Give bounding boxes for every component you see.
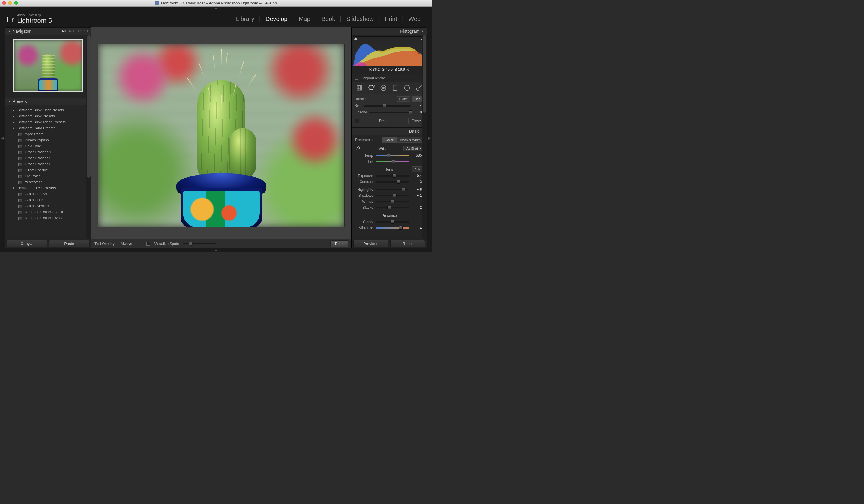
- module-print[interactable]: Print: [380, 16, 402, 23]
- module-web[interactable]: Web: [404, 16, 425, 23]
- svg-point-6: [416, 88, 419, 91]
- logo-product: Lightroom 5: [17, 17, 52, 25]
- treatment-bw[interactable]: Black & White: [397, 137, 424, 143]
- zoom-fill[interactable]: FILL: [69, 30, 75, 33]
- histogram-readout: R 36.2 G 40.0 B 19.9 %: [353, 66, 426, 73]
- zoom-3-1[interactable]: 3:1: [84, 30, 88, 33]
- preset-folder[interactable]: ▶Lightroom B&W Presets: [5, 113, 91, 119]
- left-rail-toggle[interactable]: ◀: [0, 27, 5, 248]
- wb-eyedropper-icon[interactable]: [355, 145, 361, 152]
- preset-thumb-icon: [18, 157, 23, 160]
- preset-item[interactable]: Cold Tone: [5, 143, 91, 149]
- vibrance-slider[interactable]: [376, 227, 409, 229]
- contrast-label: Contrast: [355, 180, 373, 184]
- original-photo-checkbox[interactable]: [355, 76, 358, 80]
- zoom-1-1[interactable]: 1:1: [77, 30, 82, 33]
- left-scrollbar[interactable]: [87, 35, 91, 178]
- module-library[interactable]: Library: [231, 16, 259, 23]
- treatment-color[interactable]: Color: [382, 137, 397, 143]
- done-button[interactable]: Done: [330, 240, 348, 248]
- spot-reset-button[interactable]: Reset: [376, 118, 392, 123]
- visualize-spots-checkbox[interactable]: [146, 242, 150, 246]
- wb-dropdown[interactable]: As Shot▾: [404, 146, 424, 151]
- develop-toolstrip: [352, 82, 427, 94]
- histogram-canvas[interactable]: [353, 36, 426, 66]
- copy-button[interactable]: Copy…: [7, 240, 47, 248]
- preset-folder[interactable]: ▶Lightroom B&W Filter Presets: [5, 107, 91, 113]
- exposure-slider[interactable]: [376, 175, 409, 177]
- basic-header[interactable]: Basic ▼: [352, 127, 427, 135]
- tool-overlay-label: Tool Overlay :: [95, 242, 117, 246]
- preset-item[interactable]: Yesteryear: [5, 179, 91, 185]
- spot-panel-switch[interactable]: [355, 119, 359, 123]
- spot-close-button[interactable]: Close: [408, 118, 424, 123]
- traffic-minimize-icon[interactable]: [8, 1, 12, 5]
- module-slideshow[interactable]: Slideshow: [342, 16, 379, 23]
- size-slider[interactable]: [364, 105, 411, 107]
- preset-item[interactable]: Bleach Bypass: [5, 137, 91, 143]
- opacity-slider[interactable]: [369, 112, 411, 113]
- crop-tool[interactable]: [355, 83, 364, 93]
- traffic-close-icon[interactable]: [2, 1, 6, 5]
- navigator-thumbnail[interactable]: [13, 39, 83, 92]
- preset-thumb-icon: [18, 199, 23, 202]
- mac-titlebar: Lightroom 5 Catalog.lrcat – Adobe Photos…: [0, 0, 432, 7]
- clarity-slider[interactable]: [376, 221, 409, 223]
- redeye-tool[interactable]: [379, 83, 388, 93]
- reset-button[interactable]: Reset: [390, 240, 425, 248]
- presets-header[interactable]: ▼ Presets +: [5, 97, 91, 105]
- module-picker: Library|Develop|Map|Book|Slideshow|Print…: [231, 16, 425, 23]
- preset-item[interactable]: Grain - Light: [5, 197, 91, 203]
- preset-item[interactable]: Rounded Corners Black: [5, 209, 91, 215]
- navigator-header[interactable]: ▼ Navigator FITFILL1:13:1: [5, 27, 91, 35]
- shadows-slider[interactable]: [376, 195, 409, 196]
- filmstrip-toggle[interactable]: [0, 248, 432, 252]
- previous-button[interactable]: Previous: [353, 240, 388, 248]
- original-photo-toggle[interactable]: Original Photo: [352, 74, 427, 82]
- size-label: Size: [355, 104, 361, 108]
- right-rail-toggle[interactable]: ▶: [427, 27, 432, 248]
- preset-item[interactable]: Rounded Corners White: [5, 215, 91, 221]
- spot-removal-tool[interactable]: [367, 83, 376, 93]
- preset-folder[interactable]: ▶Lightroom B&W Toned Presets: [5, 119, 91, 125]
- blacks-slider[interactable]: [376, 207, 409, 208]
- preset-item[interactable]: Direct Positive: [5, 167, 91, 173]
- preset-thumb-icon: [18, 169, 23, 172]
- preset-item[interactable]: Aged Photo: [5, 131, 91, 137]
- preset-thumb-icon: [18, 139, 23, 142]
- preset-item[interactable]: Cross Process 3: [5, 161, 91, 167]
- whites-slider[interactable]: [376, 201, 409, 203]
- preset-item[interactable]: Cross Process 2: [5, 155, 91, 161]
- histogram-header[interactable]: Histogram ▼: [352, 27, 427, 35]
- module-develop[interactable]: Develop: [261, 16, 292, 23]
- preset-item[interactable]: Cross Process 1: [5, 149, 91, 155]
- paste-button[interactable]: Paste: [49, 240, 90, 248]
- temp-slider[interactable]: [376, 155, 409, 156]
- preset-item[interactable]: Grain - Heavy: [5, 191, 91, 197]
- radial-filter-tool[interactable]: [403, 83, 411, 93]
- preset-thumb-icon: [18, 181, 23, 184]
- blacks-label: Blacks: [355, 205, 373, 210]
- tool-overlay-value[interactable]: Always: [121, 242, 132, 246]
- preset-folder[interactable]: ▼Lightroom Color Presets: [5, 125, 91, 131]
- preset-item[interactable]: Old Polar: [5, 173, 91, 179]
- spot-removal-panel: Brush : Clone Heal Size 49 Opacity 100 R…: [352, 94, 427, 127]
- tint-slider[interactable]: [376, 161, 409, 162]
- module-map[interactable]: Map: [294, 16, 315, 23]
- highlights-slider[interactable]: [376, 189, 409, 191]
- brush-label: Brush :: [355, 97, 366, 101]
- module-book[interactable]: Book: [317, 16, 340, 23]
- right-scrollbar[interactable]: [423, 35, 426, 112]
- top-panel-toggle[interactable]: [0, 7, 432, 11]
- graduated-filter-tool[interactable]: [391, 83, 400, 93]
- visualize-spots-slider[interactable]: [183, 243, 216, 244]
- preset-item[interactable]: Grain - Medium: [5, 203, 91, 209]
- basic-panel: Treatment : Color Black & White WB : As …: [352, 135, 427, 239]
- whites-label: Whites: [355, 200, 373, 204]
- preset-folder[interactable]: ▼Lightroom Effect Presets: [5, 185, 91, 191]
- clone-mode[interactable]: Clone: [397, 96, 411, 102]
- zoom-fit[interactable]: FIT: [62, 30, 67, 33]
- main-canvas[interactable]: [98, 44, 344, 227]
- contrast-slider[interactable]: [376, 181, 409, 183]
- traffic-zoom-icon[interactable]: [14, 1, 18, 5]
